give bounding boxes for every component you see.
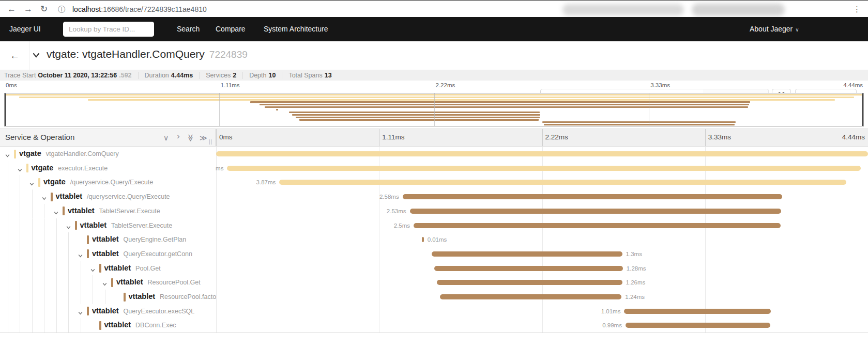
span-tree-row[interactable]: vttabletDBConn.Exec <box>0 318 216 332</box>
span-tree-row[interactable]: vttabletQueryEngine.GetPlan <box>0 232 216 247</box>
span-bar-row[interactable]: 1.26ms <box>216 275 868 290</box>
span-bar[interactable] <box>434 266 622 271</box>
minimap-left-scrubber[interactable] <box>5 93 6 126</box>
span-bar[interactable] <box>440 294 622 299</box>
column-resize-grip[interactable]: || <box>209 139 212 145</box>
span-duration-label: 2.53ms <box>387 208 406 214</box>
chevron-down-icon[interactable] <box>41 194 47 203</box>
expand-all-icon[interactable]: ≫ <box>200 134 207 142</box>
span-operation-name: ResourcePool.Get <box>148 279 201 286</box>
ruler-tick-label: 0ms <box>219 133 233 141</box>
timeline-ruler: 0ms1.11ms2.22ms3.33ms4.44ms <box>216 129 868 146</box>
span-bar-row[interactable]: 0.01ms <box>216 232 868 247</box>
span-tree-row[interactable]: vttabletQueryExecutor.getConn <box>0 247 216 261</box>
span-tree-row[interactable]: vttabletQueryExecutor.execSQL <box>0 304 216 319</box>
browser-forward-icon[interactable]: → <box>24 3 33 15</box>
span-bar-row[interactable]: 0.99ms <box>216 318 868 332</box>
back-arrow-icon: ← <box>10 50 20 61</box>
chevron-down-icon[interactable] <box>29 180 35 189</box>
address-bar[interactable]: localhost:16686/trace/7224839c11ae4810 <box>72 5 207 14</box>
span-bar[interactable] <box>227 166 861 171</box>
ruler-tick-label: 1.11ms <box>382 133 404 141</box>
about-jaeger-menu[interactable]: About Jaeger∨ <box>750 17 799 41</box>
span-bar-row[interactable]: 2.53ms <box>216 204 868 218</box>
span-service-name: vttabletResourcePool.Get <box>116 278 201 286</box>
span-duration-label: 1.24ms <box>625 294 645 300</box>
tree-indent-guide <box>68 232 69 247</box>
trace-id-lookup-input[interactable] <box>63 22 154 37</box>
span-bar-row[interactable]: 1.24ms <box>216 290 868 304</box>
span-bar-row[interactable]: 1.28ms <box>216 261 868 276</box>
span-bar-row[interactable]: 1.01ms <box>216 304 868 319</box>
browser-back-icon[interactable]: ← <box>7 3 16 15</box>
chevron-down-icon[interactable] <box>90 266 96 275</box>
span-operation-name: /queryservice.Query/Execute <box>87 193 170 200</box>
tree-indent-guide <box>68 290 69 304</box>
tree-indent-guide <box>68 275 69 290</box>
span-bar[interactable] <box>432 251 622 257</box>
tree-indent-guide <box>81 261 81 276</box>
collapse-all-icon[interactable]: ≫ <box>187 134 195 142</box>
tree-indent-guide <box>44 304 44 319</box>
span-bar[interactable] <box>414 223 781 228</box>
tree-indent-guide <box>20 290 20 304</box>
chevron-down-icon[interactable] <box>102 280 108 289</box>
span-tree-row[interactable]: vttabletTabletServer.Execute <box>0 218 216 233</box>
tree-indent-guide <box>32 247 33 261</box>
span-tree-row[interactable]: vttabletResourcePool.Get <box>0 275 216 290</box>
chevron-down-icon[interactable] <box>78 251 83 261</box>
span-bar[interactable] <box>216 151 868 156</box>
page-info-icon[interactable]: ⓘ <box>58 3 65 15</box>
span-bar[interactable] <box>410 209 782 214</box>
browser-menu-icon[interactable]: ⋮ <box>853 3 861 15</box>
span-bar[interactable] <box>624 309 771 314</box>
tree-indent-guide <box>81 290 81 304</box>
jaeger-logo[interactable]: Jaeger UI <box>9 17 41 41</box>
browser-reload-icon[interactable]: ↻ <box>40 3 48 15</box>
minimap-span-bar <box>260 104 749 105</box>
tree-indent-guide <box>32 318 33 332</box>
span-tree-row[interactable]: vtgateexecutor.Execute <box>0 161 216 176</box>
span-bar-row[interactable]: 2.5ms <box>216 218 868 233</box>
trace-minimap[interactable] <box>4 93 864 126</box>
span-bar-row[interactable]: 2.58ms <box>216 189 868 204</box>
chevron-down-icon[interactable] <box>17 166 23 175</box>
nav-item-search[interactable]: Search <box>177 17 200 41</box>
nav-item-compare[interactable]: Compare <box>216 17 246 41</box>
span-tree-row[interactable]: vttablet/queryservice.Query/Execute <box>0 189 216 204</box>
chevron-down-icon[interactable] <box>5 151 10 161</box>
minimap-span-bar <box>265 106 748 108</box>
span-bar[interactable] <box>626 323 770 328</box>
chevron-down-icon[interactable] <box>53 209 59 218</box>
span-bar[interactable] <box>279 180 846 185</box>
span-tree-row[interactable]: vttabletPool.Get <box>0 261 216 276</box>
minimap-tick-label: 3.33ms <box>650 82 670 88</box>
span-bar-row[interactable]: 3.87ms <box>216 175 868 189</box>
span-tree-row[interactable]: vttabletResourcePool.factory <box>0 290 216 304</box>
span-bar-row[interactable] <box>216 147 868 161</box>
minimap-right-scrubber[interactable] <box>862 93 863 126</box>
span-bar[interactable] <box>422 237 423 242</box>
span-tree-row[interactable]: vtgatevtgateHandler.ComQuery <box>0 147 216 161</box>
expand-one-icon[interactable]: › <box>177 132 180 140</box>
chevron-down-icon[interactable] <box>66 223 71 232</box>
span-bar-row[interactable]: 1.3ms <box>216 247 868 261</box>
span-service-name: vttabletDBConn.Exec <box>104 321 176 329</box>
collapse-trace-chevron-icon[interactable] <box>32 52 40 61</box>
span-operation-name: /queryservice.Query/Execute <box>70 179 154 186</box>
nav-item-system-architecture[interactable]: System Architecture <box>264 17 328 41</box>
span-bar[interactable] <box>403 194 782 199</box>
span-bar[interactable] <box>437 280 622 285</box>
span-bar-row[interactable]: ms <box>216 161 868 176</box>
chevron-down-icon[interactable] <box>78 309 83 318</box>
minimap-span-bar <box>19 97 854 98</box>
tree-indent-guide <box>32 204 33 218</box>
back-button[interactable]: ← <box>0 41 30 70</box>
collapse-one-icon[interactable]: ∨ <box>163 134 169 142</box>
span-tree-row[interactable]: vtgate/queryservice.Query/Execute <box>0 175 216 189</box>
tree-indent-guide <box>56 318 57 332</box>
span-operation-name: QueryExecutor.getConn <box>124 250 192 258</box>
tree-indent-guide <box>44 218 44 233</box>
trace-span-rows: vtgatevtgateHandler.ComQueryvtgateexecut… <box>0 147 868 332</box>
span-tree-row[interactable]: vttabletTabletServer.Execute <box>0 204 216 218</box>
